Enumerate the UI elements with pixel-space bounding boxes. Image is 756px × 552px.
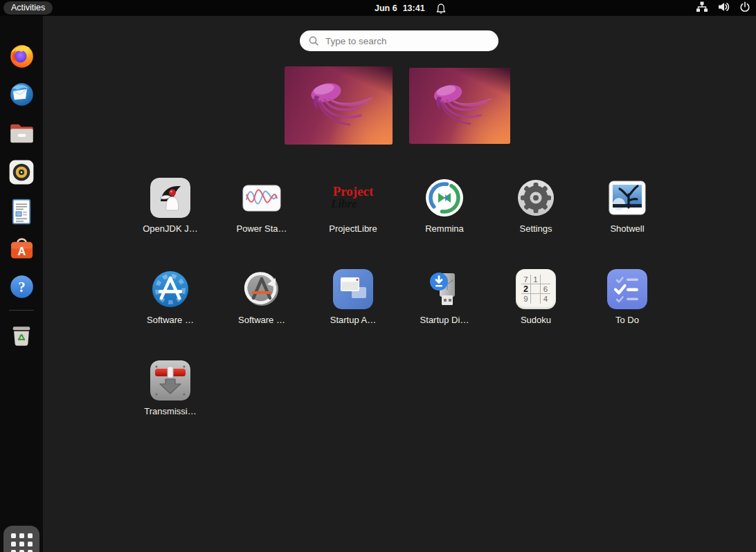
app-sudoku[interactable]: 7 1 2 6 9 4 Sudoku xyxy=(490,269,582,325)
clock-time: 13:41 xyxy=(403,3,425,13)
app-label: Software … xyxy=(238,315,285,325)
thunderbird-icon xyxy=(7,80,37,109)
app-startup-disk-creator[interactable]: Startup Di… xyxy=(399,269,490,325)
app-settings[interactable]: Settings xyxy=(490,178,582,234)
jellyfish-wallpaper xyxy=(409,68,510,144)
trash-icon xyxy=(7,322,36,351)
search-bar[interactable] xyxy=(300,30,498,51)
show-apps-grid-icon xyxy=(11,533,33,552)
startup-applications-icon xyxy=(333,269,373,309)
page-indicator xyxy=(0,532,756,550)
app-software[interactable]: Software … xyxy=(125,269,216,325)
app-startup-applications[interactable]: Startup A… xyxy=(307,269,399,325)
search-icon xyxy=(308,35,319,46)
app-label: To Do xyxy=(615,315,639,325)
dock-item-firefox[interactable] xyxy=(6,41,37,71)
notification-bell-icon xyxy=(436,3,446,14)
clock-menu[interactable]: Jun 6 13:41 xyxy=(375,0,446,16)
app-openjdk[interactable]: OpenJDK J… xyxy=(125,178,216,234)
app-label: Startup A… xyxy=(330,315,376,325)
show-apps-button[interactable] xyxy=(3,526,39,552)
libreoffice-writer-icon xyxy=(7,196,36,227)
dock-item-files[interactable] xyxy=(6,118,37,149)
app-label: OpenJDK J… xyxy=(143,223,197,234)
settings-icon xyxy=(516,178,556,218)
power-icon xyxy=(739,1,750,15)
todo-icon xyxy=(607,269,647,309)
activities-button[interactable]: Activities xyxy=(3,1,53,15)
dock-item-rhythmbox[interactable] xyxy=(6,157,37,187)
jellyfish-wallpaper xyxy=(285,66,393,145)
workspace-thumbnail-1[interactable] xyxy=(285,66,393,145)
dock-item-trash[interactable] xyxy=(6,321,37,351)
app-label: ProjectLibre xyxy=(329,223,377,234)
app-label: Software … xyxy=(147,315,194,325)
projectlibre-icon: Project Libre xyxy=(320,178,386,218)
transmission-icon xyxy=(150,360,190,401)
rhythmbox-icon xyxy=(7,158,36,187)
software-icon xyxy=(150,269,190,309)
volume-icon xyxy=(717,1,730,15)
app-label: Remmina xyxy=(425,223,464,234)
app-remmina[interactable]: Remmina xyxy=(399,178,490,234)
svg-text:?: ? xyxy=(18,279,25,294)
app-label: Settings xyxy=(520,223,552,234)
gnome-activities-overview: Activities Jun 6 13:41 xyxy=(0,0,756,552)
dock-item-libreoffice-writer[interactable] xyxy=(6,196,37,227)
app-shotwell[interactable]: Shotwell xyxy=(582,178,673,234)
app-software-updater[interactable]: Software … xyxy=(216,269,307,325)
dock-item-help[interactable]: ? xyxy=(6,271,37,302)
openjdk-icon xyxy=(150,178,190,218)
help-icon: ? xyxy=(7,272,37,302)
power-statistics-icon xyxy=(242,178,282,218)
app-projectlibre[interactable]: Project Libre ProjectLibre xyxy=(307,178,399,234)
app-todo[interactable]: To Do xyxy=(582,269,673,325)
sudoku-icon: 7 1 2 6 9 4 xyxy=(516,269,556,309)
shotwell-icon xyxy=(607,178,647,218)
files-icon xyxy=(7,120,37,147)
dock-item-thunderbird[interactable] xyxy=(6,79,37,109)
svg-text:A: A xyxy=(17,245,26,257)
firefox-icon xyxy=(7,42,37,71)
system-status-menu[interactable] xyxy=(696,0,750,16)
workspace-thumbnail-2[interactable] xyxy=(409,68,510,144)
startup-disk-creator-icon xyxy=(424,269,465,309)
ubuntu-software-icon: A xyxy=(7,234,37,264)
app-label: Sudoku xyxy=(521,315,551,325)
dash-dock: A ? xyxy=(0,16,43,552)
app-label: Shotwell xyxy=(610,223,644,234)
network-wired-icon xyxy=(696,1,708,15)
software-updater-icon xyxy=(242,269,282,309)
app-transmission[interactable]: Transmissi… xyxy=(125,360,216,416)
top-bar: Activities Jun 6 13:41 xyxy=(0,0,756,16)
app-label: Transmissi… xyxy=(144,406,196,416)
app-label: Startup Di… xyxy=(420,315,469,325)
app-power-statistics[interactable]: Power Sta… xyxy=(216,178,307,234)
search-input[interactable] xyxy=(325,36,490,46)
dock-item-ubuntu-software[interactable]: A xyxy=(6,233,37,264)
dock-separator xyxy=(9,310,34,311)
remmina-icon xyxy=(424,178,465,218)
clock-date: Jun 6 xyxy=(375,3,397,13)
app-label: Power Sta… xyxy=(237,223,287,234)
